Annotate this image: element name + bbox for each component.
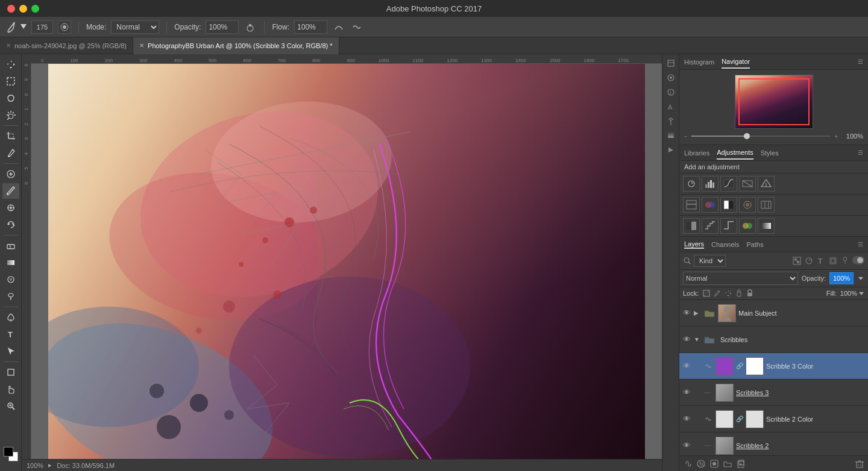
blend-mode-select[interactable]: Normal Multiply Screen (683, 272, 798, 285)
brush-preset-button[interactable] (58, 20, 71, 34)
dodge-tool[interactable] (2, 289, 19, 304)
history-brush-tool[interactable] (2, 217, 19, 232)
layer-eye-s3[interactable]: 👁 (682, 388, 691, 397)
zoom-tool[interactable] (2, 398, 19, 414)
levels-adj[interactable] (702, 176, 719, 192)
tab-close-2[interactable]: ✕ (139, 42, 144, 49)
curves-adj[interactable] (720, 176, 737, 192)
libraries-tab[interactable]: Libraries (684, 147, 709, 159)
link-layers-icon[interactable] (683, 459, 693, 469)
fill-expand-icon[interactable] (858, 290, 864, 296)
crop-tool[interactable] (2, 128, 19, 144)
maximize-button[interactable] (31, 5, 39, 13)
magic-wand-tool[interactable] (2, 107, 19, 123)
layer-scribble-2-color[interactable]: 👁 🔗 Scribble 2 Color (679, 406, 868, 432)
posterize-adj[interactable] (702, 218, 719, 234)
tab-close-1[interactable]: ✕ (6, 42, 11, 49)
layer-scribbles-group[interactable]: 👁 ▼ Scribbles (679, 326, 868, 353)
flow-input[interactable] (294, 20, 327, 34)
minimize-button[interactable] (19, 5, 27, 13)
gradient-tool[interactable] (2, 255, 19, 270)
healing-tool[interactable] (2, 166, 19, 182)
smoothing-icon-1[interactable] (332, 20, 345, 34)
smoothing-icon-2[interactable] (350, 20, 363, 34)
lasso-tool[interactable] (2, 90, 19, 106)
brightness-contrast-adj[interactable] (683, 176, 700, 192)
layer-eye-s2c[interactable]: 👁 (682, 414, 691, 423)
exposure-adj[interactable] (739, 176, 756, 192)
layer-scribble-3-color[interactable]: 👁 🔗 Scribble 3 Color (679, 353, 868, 379)
adjustments-tab[interactable]: Adjustments (717, 146, 753, 160)
threshold-adj[interactable] (720, 218, 737, 234)
hue-saturation-adj[interactable] (683, 197, 700, 213)
color-swatches[interactable] (2, 447, 19, 466)
adj-filter-icon[interactable] (804, 256, 814, 266)
lock-transparent-icon[interactable] (702, 289, 711, 298)
histogram-tab[interactable]: Histogram (684, 56, 714, 68)
type-tool[interactable]: T (2, 326, 19, 342)
artwork-container[interactable] (48, 64, 645, 459)
zoom-out-icon[interactable]: − (684, 133, 688, 140)
vibrance-adj[interactable] (758, 176, 775, 192)
styles-tab[interactable]: Styles (761, 147, 779, 159)
shape-tool[interactable] (2, 364, 19, 380)
new-group-icon[interactable] (723, 459, 732, 469)
canvas-viewport[interactable] (31, 64, 662, 459)
type-filter-icon[interactable]: T (816, 256, 826, 266)
smart-filter-icon[interactable] (828, 256, 838, 266)
color-balance-adj[interactable] (702, 197, 719, 213)
move-tool[interactable] (2, 57, 19, 72)
panel-icon-info[interactable]: i (664, 86, 678, 99)
opacity-input[interactable] (206, 20, 239, 34)
path-select-tool[interactable] (2, 343, 19, 359)
zoom-in-icon[interactable]: + (834, 133, 838, 140)
black-white-adj[interactable] (720, 197, 737, 213)
panel-icon-layers-strip[interactable] (664, 129, 678, 142)
new-layer-icon[interactable] (736, 459, 746, 469)
panel-icon-actions[interactable] (664, 143, 678, 157)
panel-icon-navigator[interactable] (664, 71, 678, 84)
layer-expand-main-subject[interactable]: ▶ (694, 310, 701, 316)
gradient-map-adj[interactable] (758, 218, 775, 234)
lock-paint-icon[interactable] (713, 289, 722, 298)
zoom-slider-thumb[interactable] (744, 133, 750, 139)
layer-scribbles-3[interactable]: 👁 Scribbles 3 (679, 379, 868, 406)
foreground-color[interactable] (4, 447, 13, 457)
filter-toggle[interactable] (852, 256, 864, 264)
add-mask-icon[interactable] (709, 459, 719, 469)
panel-top-menu[interactable]: ☰ (858, 58, 863, 65)
layer-eye-s3c[interactable]: 👁 (682, 361, 691, 370)
photo-filter-adj[interactable] (739, 197, 756, 213)
brush-tool[interactable] (2, 183, 19, 199)
layer-eye-main-subject[interactable]: 👁 (682, 308, 691, 317)
layer-scribbles-2[interactable]: 👁 Scribbles 2 (679, 432, 868, 455)
canvas-area[interactable]: 0 100 200 300 400 500 600 700 800 900 10… (22, 54, 662, 471)
panel-collapse-1[interactable] (664, 57, 678, 70)
hand-tool[interactable] (2, 381, 19, 397)
close-button[interactable] (7, 5, 15, 13)
lock-position-icon[interactable] (724, 289, 732, 298)
brush-size-display[interactable]: 175 (31, 20, 53, 34)
tab-1[interactable]: ✕ noah-sim-249042.jpg @ 25% (RGB/8) (0, 37, 133, 54)
layer-eye-s2[interactable]: 👁 (682, 441, 691, 450)
invert-adj[interactable] (683, 218, 700, 234)
layer-expand-scribbles[interactable]: ▼ (694, 336, 701, 343)
eyedropper-tool[interactable] (2, 145, 19, 161)
channel-mixer-adj[interactable] (758, 197, 775, 213)
selective-color-adj[interactable] (739, 218, 756, 234)
panel-icon-char[interactable]: A (664, 100, 678, 113)
layers-menu[interactable]: ☰ (858, 241, 863, 248)
filter-kind-dropdown[interactable]: Kind (694, 255, 726, 267)
layer-main-subject[interactable]: 👁 ▶ Main Subject (679, 300, 868, 326)
airbrush-toggle[interactable] (244, 20, 257, 34)
layer-eye-scribbles[interactable]: 👁 (682, 335, 691, 344)
clone-tool[interactable] (2, 200, 19, 216)
delete-layer-icon[interactable] (855, 459, 864, 469)
tab-2[interactable]: ✕ PhotographyBB Urban Art @ 100% (Scribb… (133, 37, 339, 54)
pixel-filter-icon[interactable] (792, 256, 802, 266)
layers-tab[interactable]: Layers (684, 240, 704, 249)
blur-tool[interactable] (2, 272, 19, 287)
pen-tool[interactable] (2, 310, 19, 325)
add-style-icon[interactable]: fx (696, 459, 706, 469)
effects-filter-icon[interactable] (840, 256, 850, 266)
